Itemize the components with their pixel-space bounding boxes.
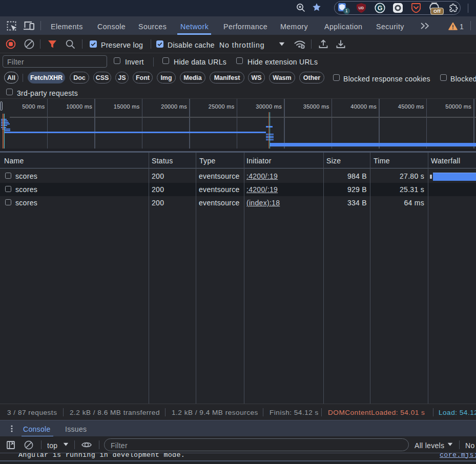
svg-text:UD: UD	[359, 6, 364, 10]
svg-text:G: G	[378, 5, 383, 12]
